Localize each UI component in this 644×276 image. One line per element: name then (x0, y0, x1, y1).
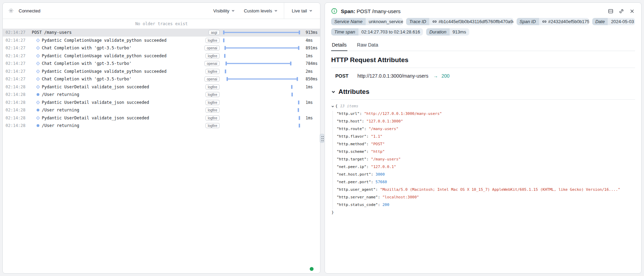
row-label: Chat Completion with 'gpt-3.5-turbo' (42, 77, 132, 81)
tab-raw-data[interactable]: Raw Data (356, 41, 379, 51)
live-status-dot (310, 267, 314, 271)
row-label: Pydantic UserDetail validate_json succee… (42, 116, 149, 120)
trace-row[interactable]: 02:14:27 Pydantic CompletionUsage valida… (3, 37, 320, 45)
trace-row[interactable]: 02:14:28 Pydantic UserDetail validate_js… (3, 114, 320, 122)
trace-row[interactable]: 02:14:27 Pydantic CompletionUsage valida… (3, 52, 320, 60)
circle-icon (37, 124, 39, 127)
span-tick-bar (298, 108, 299, 112)
close-icon[interactable] (629, 8, 635, 14)
trace-row[interactable]: 02:14:27 Chat Completion with 'gpt-3.5-t… (3, 60, 320, 68)
row-duration: 1ms (306, 85, 313, 89)
timeline-track (223, 75, 300, 83)
logfire-live-view: Connected Visibility Custom levels Live … (0, 0, 644, 276)
row-label: Pydantic CompletionUsage validate_python… (42, 53, 166, 58)
row-label: /User returning (42, 123, 79, 128)
http-request-summary: POST http://127.0.0.1:3000/many-users → … (331, 73, 635, 79)
collapse-section-icon[interactable] (331, 90, 336, 94)
meta-badge-date: Date 2024-05-03 (592, 18, 635, 25)
trace-row[interactable]: 02:14:27 Pydantic CompletionUsage valida… (3, 68, 320, 76)
attributes-section-heading: Attributes (331, 88, 635, 96)
attribute-value: 200 (382, 203, 389, 207)
split-view-icon[interactable] (608, 8, 614, 14)
meta-label: Duration (426, 28, 449, 36)
collapse-node-icon[interactable] (331, 105, 334, 108)
meta-badge-service-name: Service Name unknown_service (331, 18, 403, 25)
attribute-value: "localhost:3000" (382, 195, 419, 199)
trace-row[interactable]: 02:14:28 Pydantic UserDetail validate_js… (3, 99, 320, 107)
attribute-key: "http.user_agent" (337, 187, 376, 192)
custom-levels-dropdown[interactable]: Custom levels (244, 8, 278, 13)
meta-value[interactable]: #b1c445ef3b0b43116df5760ffb470a94 (429, 18, 513, 25)
attribute-key: "http.target" (337, 157, 366, 161)
attribute-entry: "http.user_agent": "Mozilla/5.0 (Macinto… (337, 186, 635, 194)
copy-link-icon[interactable] (618, 8, 624, 14)
items-count: 13 items (340, 102, 358, 110)
diamond-icon (36, 85, 40, 89)
indent-guide (333, 111, 333, 209)
attribute-key: "http.method" (337, 142, 366, 146)
trace-row[interactable]: 02:14:28 /User returning logfire (3, 91, 320, 99)
scope-badge: logfire (205, 38, 220, 43)
meta-value[interactable]: #2432d40ef5b0b175 (539, 18, 589, 25)
connection-status: Connected (19, 8, 40, 13)
meta-label: Date (592, 18, 608, 25)
attribute-entry: "http.scheme": "http" (337, 148, 635, 156)
chevron-down-icon (274, 9, 278, 12)
meta-value: 02:14:27.703 to 02:14:28.616 (358, 28, 423, 36)
scope-badge: logfire (205, 84, 220, 89)
row-label: Pydantic UserDetail validate_json succee… (42, 100, 149, 105)
attribute-key: "http.status_code" (337, 203, 378, 207)
row-timestamp: 02:14:28 (6, 85, 26, 89)
scope-badge: logfire (205, 69, 220, 74)
attribute-key: "net.host.port" (337, 172, 371, 177)
meta-badge-duration: Duration 913ms (426, 28, 469, 36)
divider (331, 68, 635, 68)
span-duration-bar (224, 46, 299, 50)
trace-row[interactable]: 02:14:28 /User returning logfire (3, 122, 320, 130)
panel-resize-handle[interactable] (320, 134, 324, 143)
timeline-track (223, 60, 300, 68)
attribute-value: "127.0.0.1" (371, 165, 396, 169)
settings-gear-icon[interactable] (8, 8, 14, 13)
row-label: Pydantic UserDetail validate_json succee… (42, 85, 149, 89)
trace-row[interactable]: 02:14:27 POST /many-users asgi 913ms (3, 29, 320, 37)
row-timestamp: 02:14:27 (6, 77, 26, 81)
diamond-icon (36, 62, 40, 66)
attribute-entry: "http.server_name": "localhost:3000" (337, 194, 635, 201)
trace-row[interactable]: 02:14:28 /User returning logfire (3, 106, 320, 114)
attribute-entry: "http.status_code": 200 (337, 201, 635, 209)
span-duration-bar (223, 31, 300, 34)
trace-row[interactable]: 02:14:27 Chat Completion with 'gpt-3.5-t… (3, 44, 320, 52)
close-brace: } (331, 209, 635, 216)
attribute-key: "http.server_name" (337, 195, 378, 199)
span-title: Span: POST /many-users (341, 8, 401, 14)
row-label: /User returning (42, 92, 79, 97)
meta-label: Service Name (331, 18, 366, 25)
attribute-value: "http://127.0.0.1:3000/many-users" (364, 111, 442, 116)
attribute-entry: "http.method": "POST" (337, 140, 635, 148)
span-tick-bar (299, 116, 300, 120)
link-icon (432, 19, 437, 24)
attribute-value: "http" (371, 149, 385, 154)
row-label: /User returning (42, 108, 79, 112)
http-url: http://127.0.0.1:3000/many-users (357, 73, 428, 79)
trace-row[interactable]: 02:14:27 Chat Completion with 'gpt-3.5-t… (3, 75, 320, 83)
timeline-track (223, 29, 300, 37)
scope-badge: asgi (209, 30, 220, 35)
scope-badge: logfire (205, 115, 220, 120)
span-meta-row-2: Time span 02:14:27.703 to 02:14:28.616 D… (331, 28, 635, 36)
attribute-key: "http.host" (337, 119, 362, 124)
tab-details[interactable]: Details (331, 41, 347, 51)
timeline-track (223, 44, 300, 52)
row-timestamp: 02:14:28 (6, 116, 26, 120)
live-tail-dropdown[interactable]: Live tail (292, 8, 313, 13)
timeline-track (223, 91, 300, 99)
row-label: Pydantic CompletionUsage validate_python… (42, 38, 166, 43)
arrow-right-icon: → (433, 73, 438, 79)
visibility-dropdown[interactable]: Visibility (213, 8, 235, 13)
diamond-icon (36, 100, 40, 104)
trace-row[interactable]: 02:14:28 Pydantic UserDetail validate_js… (3, 83, 320, 91)
row-timestamp: 02:14:28 (6, 92, 26, 97)
attribute-value: "/many-users" (371, 157, 401, 161)
span-tick-bar (299, 124, 300, 128)
